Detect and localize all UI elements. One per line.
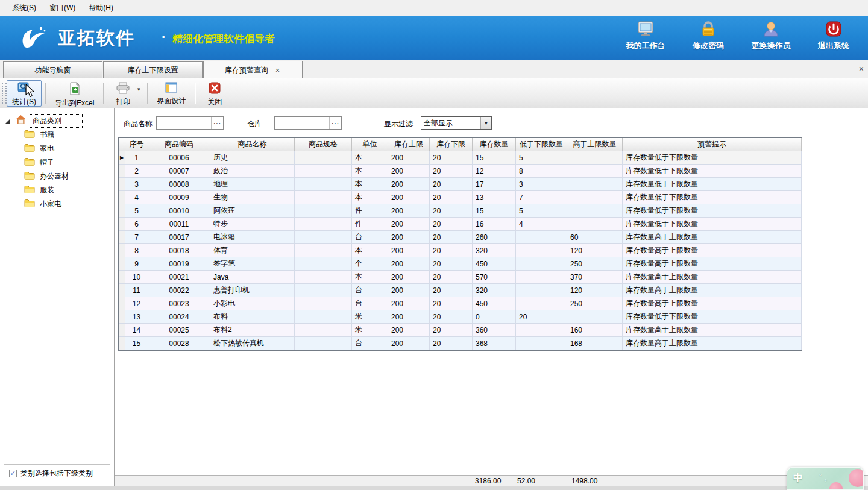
table-cell: 200 (388, 151, 430, 165)
column-header-5[interactable]: 单位 (352, 138, 388, 151)
toolbar-button-3[interactable]: 打印 (107, 80, 139, 107)
table-cell: 00017 (148, 231, 210, 244)
tab-1[interactable]: 功能导航窗 (3, 61, 102, 78)
sidebar-item-家电[interactable]: 家电 (24, 142, 114, 155)
toolbar-separator (103, 83, 104, 104)
product-name-browse-button[interactable]: ··· (211, 117, 223, 129)
column-header-3[interactable]: 商品名称 (210, 138, 295, 151)
product-name-input[interactable]: ··· (156, 116, 224, 130)
table-cell: 00009 (148, 191, 210, 204)
column-header-4[interactable]: 商品规格 (295, 138, 352, 151)
flower-decoration (829, 482, 843, 490)
table-cell (567, 310, 623, 324)
menu-item[interactable]: 窗口(W) (43, 1, 83, 16)
table-row[interactable]: 600011特步件20020164库存数量低于下限数量 (119, 218, 802, 231)
table-cell: 12 (125, 297, 148, 310)
flower-decoration (849, 469, 864, 487)
sidebar-item-帽子[interactable]: 帽子 (24, 155, 114, 169)
table-cell: 20 (430, 310, 473, 324)
banner-action-operator[interactable]: 更换操作员 (747, 21, 794, 51)
banner-action-power[interactable]: 退出系统 (810, 21, 857, 51)
table-row[interactable]: 1400025布料2米20020360160库存数量高于上限数量 (119, 324, 802, 337)
tabstrip-close-icon[interactable]: × (859, 64, 864, 74)
column-header-11[interactable]: 预警提示 (623, 138, 802, 151)
table-cell: 4 (516, 218, 567, 231)
ime-toolbar[interactable]: 中 ゜， (787, 467, 864, 490)
ime-mode-toggle[interactable]: 中 (793, 472, 803, 485)
table-cell: 本 (352, 151, 388, 165)
toolbar-button-1[interactable]: 统计(S) (7, 80, 42, 107)
tab-close-icon[interactable]: × (274, 66, 281, 75)
menu-item[interactable]: 帮助(H) (83, 1, 121, 16)
table-cell: 13 (125, 310, 148, 324)
ime-punctuation-toggle[interactable]: ゜， (814, 473, 829, 483)
sidebar-item-服装[interactable]: 服装 (24, 183, 114, 197)
table-cell: 00019 (148, 257, 210, 271)
column-header-8[interactable]: 库存数量 (473, 138, 516, 151)
row-indicator-cell (119, 284, 125, 297)
tree-expand-icon[interactable] (5, 118, 11, 124)
sidebar-item-小家电[interactable]: 小家电 (24, 197, 114, 211)
table-cell: 库存数量高于上限数量 (623, 324, 802, 337)
banner-action-label: 修改密码 (693, 40, 724, 51)
toolbar-button-4[interactable]: 界面设计 (151, 80, 191, 107)
column-header-9[interactable]: 低于下限数量 (516, 138, 567, 151)
table-cell: 库存数量低于下限数量 (623, 204, 802, 218)
table-cell: 5 (516, 204, 567, 218)
toolbar-button-5[interactable]: 关闭 (199, 80, 230, 107)
table-row[interactable]: 1100022惠普打印机台20020320120库存数量高于上限数量 (119, 284, 802, 297)
table-row[interactable]: 400009生物本20020137库存数量低于下限数量 (119, 191, 802, 204)
table-row[interactable]: 300008地理本20020173库存数量低于下限数量 (119, 178, 802, 191)
table-cell: 15 (473, 204, 516, 218)
table-row[interactable]: 800018体育本20020320120库存数量高于上限数量 (119, 244, 802, 257)
table-row[interactable]: 700017电冰箱台2002026060库存数量高于上限数量 (119, 231, 802, 244)
chevron-down-icon[interactable]: ▼ (480, 117, 491, 129)
column-header-6[interactable]: 库存上限 (388, 138, 430, 151)
close-red-icon (209, 82, 221, 96)
column-header-7[interactable]: 库存下限 (430, 138, 473, 151)
table-cell: 00018 (148, 244, 210, 257)
table-row[interactable]: 900019签字笔个20020450250库存数量高于上限数量 (119, 257, 802, 271)
table-cell: 200 (388, 337, 430, 350)
include-subcategory-checkbox[interactable]: ✓ (9, 470, 17, 477)
banner-action-workbench[interactable]: 我的工作台 (622, 21, 669, 51)
table-row[interactable]: 1200023小彩电台20020450250库存数量高于上限数量 (119, 297, 802, 310)
toolbar-button-2[interactable]: 导出到Excel (49, 80, 99, 107)
ui-design-icon (165, 82, 177, 95)
table-cell: 15 (473, 151, 516, 165)
table-cell (295, 231, 352, 244)
table-cell: 历史 (210, 151, 295, 165)
sidebar-item-书籍[interactable]: 书籍 (24, 128, 114, 142)
folder-icon (24, 157, 35, 168)
column-header-10[interactable]: 高于上限数量 (567, 138, 623, 151)
column-header-2[interactable]: 商品编码 (148, 138, 210, 151)
tree-root-label[interactable]: 商品类别 (30, 114, 83, 128)
warehouse-browse-button[interactable]: ··· (329, 117, 341, 129)
app-banner: 亚拓软件 · 精细化管理软件倡导者 我的工作台修改密码更换操作员退出系统 (0, 16, 868, 60)
table-row[interactable]: 1300024布料一米20020020库存数量低于下限数量 (119, 310, 802, 324)
banner-action-lock[interactable]: 修改密码 (685, 21, 732, 51)
table-row[interactable]: 1000021Java本20020570370库存数量高于上限数量 (119, 271, 802, 284)
tree-item-label: 小家电 (40, 199, 61, 209)
tree-root-category[interactable]: 商品类别 (0, 113, 114, 128)
column-header-1[interactable]: 序号 (125, 138, 148, 151)
table-cell: 320 (473, 244, 516, 257)
table-cell: 库存数量高于上限数量 (623, 231, 802, 244)
table-cell (516, 337, 567, 350)
warehouse-value[interactable] (275, 117, 329, 129)
table-cell: 20 (430, 284, 473, 297)
tab-3[interactable]: 库存预警查询× (203, 61, 303, 78)
table-row[interactable]: 500010阿依莲件20020155库存数量低于下限数量 (119, 204, 802, 218)
product-name-value[interactable] (157, 117, 211, 129)
sidebar-item-办公器材[interactable]: 办公器材 (24, 169, 114, 183)
tab-2[interactable]: 库存上下限设置 (103, 61, 203, 78)
table-cell: 件 (352, 204, 388, 218)
table-row[interactable]: ▶100006历史本20020155库存数量低于下限数量 (119, 151, 802, 165)
display-filter-select[interactable]: 全部显示 ▼ (421, 116, 492, 130)
print-dropdown-icon[interactable]: ▼ (136, 87, 141, 92)
table-row[interactable]: 200007政治本20020128库存数量低于下限数量 (119, 165, 802, 178)
toolbar-grip[interactable] (2, 83, 7, 104)
menu-item[interactable]: 系统(S) (6, 1, 43, 16)
table-row[interactable]: 1500028松下热敏传真机台20020368168库存数量高于上限数量 (119, 337, 802, 350)
warehouse-input[interactable]: ··· (274, 116, 342, 130)
